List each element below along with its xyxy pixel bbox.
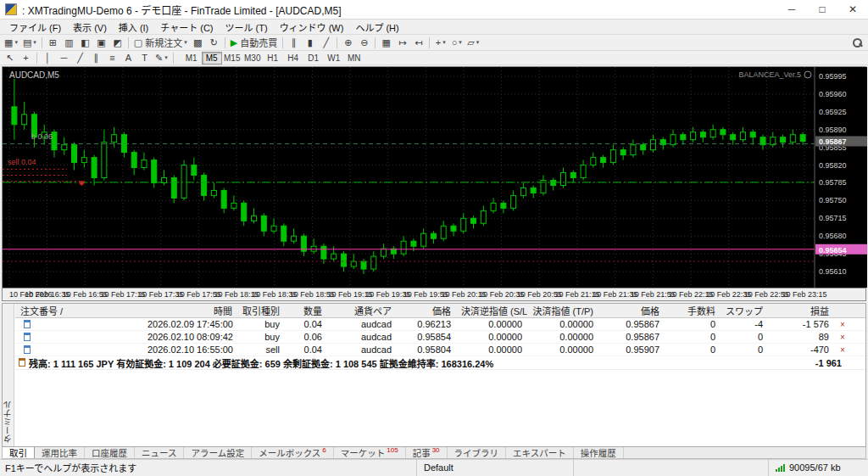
minimize-button[interactable]: ─ [776,0,807,19]
menu-insert[interactable]: 挿入 (I) [113,20,154,34]
zoom-in-button[interactable]: ⊕ [340,36,356,50]
auto-scroll-button[interactable]: ↦ [394,36,410,50]
timeframe-mn[interactable]: MN [344,52,364,64]
price2-cell: 0.95867 [598,332,665,342]
tab-articles[interactable]: 記事30 [406,447,448,458]
tab-alerts[interactable]: アラーム設定 [184,447,252,458]
tab-journal[interactable]: 操作履歴 [574,447,624,458]
column-header[interactable]: 決済逆指値 (S/L) [456,304,527,317]
close-position-button[interactable]: × [834,345,851,355]
trendline-button[interactable]: ╱ [72,51,88,65]
price-chart[interactable]: 0.959950.959600.959250.958900.958550.958… [3,67,867,288]
tab-news[interactable]: ニュース [135,447,184,458]
crosshair-button[interactable]: + [18,51,34,65]
column-header[interactable]: 時間 [142,304,237,317]
bar-chart-button[interactable]: ∥ [286,36,302,50]
svg-text:BALANCEA_Ver.5: BALANCEA_Ver.5 [738,70,801,79]
trade-row[interactable]: 2026.02.09 17:45:00buy0.04audcad0.962130… [15,318,865,331]
column-header[interactable]: 通貨ペア [327,304,397,317]
tab-trade[interactable]: 取引 [3,447,35,458]
text-button[interactable]: A [120,51,136,65]
menu-view[interactable]: 表示 (V) [67,20,113,34]
search-icon[interactable] [852,37,863,48]
balance-icon [19,358,25,367]
tab-experts[interactable]: エキスパート [506,447,574,458]
shapes-button[interactable]: ✎▾ [153,51,170,65]
toolbar-separator [42,37,42,48]
terminal-side-caption[interactable]: ターミナル [3,304,14,446]
chart-window-button[interactable]: ▩ [190,36,206,50]
column-header[interactable]: 注文番号 / [15,304,142,317]
menu-file[interactable]: ファイル (F) [3,20,67,34]
close-position-button[interactable]: × [834,320,851,329]
strategy-tester-button[interactable]: ◩ [109,36,125,50]
channel-button[interactable]: ∥ [88,51,104,65]
refresh-button[interactable]: ↻ [206,36,222,50]
tab-market[interactable]: マーケット105 [334,447,406,458]
fibonacci-button[interactable]: ≡ [104,51,120,65]
vertical-line-button[interactable]: │ [40,51,56,65]
navigator-button[interactable]: ◧ [77,36,93,50]
indicators-button[interactable]: +▾ [432,36,448,50]
autotrading-button[interactable]: ▶自動売買 [228,36,280,50]
timeframe-m15[interactable]: M15 [222,52,242,64]
column-header[interactable]: 数量 [285,304,327,317]
data-window-button[interactable]: ▥ [61,36,77,50]
chart-shift-button[interactable]: ↤ [410,36,426,50]
new-order-button[interactable]: ▢新規注文▾ [131,36,190,50]
maximize-button[interactable]: □ [807,0,837,19]
terminal-button[interactable]: ▣ [93,36,109,50]
periods-button[interactable]: ○▾ [448,36,465,50]
menu-help[interactable]: ヘルプ (H) [349,20,404,34]
trade-row[interactable]: 2026.02.10 16:55:00sell0.04audcad0.95804… [15,344,865,356]
menu-chart[interactable]: チャート (C) [154,20,219,34]
svg-text:AUDCAD,M5: AUDCAD,M5 [9,70,59,80]
column-header[interactable]: 取引種別 [237,304,285,317]
trade-row[interactable]: 2026.02.10 08:09:42buy0.06audcad0.958540… [15,331,865,344]
timeframe-group: M1M5M15M30H1H4D1W1MN [181,52,364,64]
status-profile[interactable]: Default [416,460,573,476]
tab-account-history[interactable]: 口座履歴 [85,447,135,458]
column-header[interactable]: 価格 [598,304,665,317]
market-watch-button[interactable]: ⊞ [45,36,61,50]
menu-window[interactable]: ウィンドウ (W) [274,20,350,34]
column-header[interactable]: スワップ [721,304,768,317]
timeframe-d1[interactable]: D1 [303,52,324,64]
templates-button[interactable]: ▱▾ [465,36,481,50]
column-header[interactable]: 損益 [768,304,834,317]
horizontal-line-button[interactable]: ─ [56,51,72,65]
line-chart-button[interactable]: ╱ [318,36,334,50]
close-position-button[interactable]: × [834,333,851,342]
menu-tools[interactable]: ツール (T) [220,20,274,34]
profit-cell: -470 [768,344,834,355]
column-header[interactable]: 手数料 [665,304,721,317]
tab-library-label: ライブラリ [454,446,499,459]
timeframe-m1[interactable]: M1 [181,52,202,64]
cursor-button[interactable]: ↖ [2,51,18,65]
periods-icon: ○ [452,38,458,48]
new-chart-button[interactable]: ▦▾ [2,36,20,50]
timeframe-h1[interactable]: H1 [263,52,283,64]
column-header[interactable]: 価格 [397,304,456,317]
price-cell: 0.96213 [397,319,456,329]
swap-cell: -4 [721,319,768,329]
close-button[interactable]: ✕ [837,0,868,19]
app-icon [5,3,17,15]
tab-mailbox[interactable]: メールボックス6 [252,447,334,458]
text-label-button[interactable]: T [136,51,153,65]
price-cell: 0.95854 [397,332,456,342]
tab-library[interactable]: ライブラリ [448,447,507,458]
tile-windows-button[interactable]: ▦ [378,36,394,50]
time-axis: 10 Feb 202610 Feb 16:3510 Feb 16:5510 Fe… [2,288,866,301]
chart-window[interactable]: 0.959950.959600.959250.958900.958550.958… [2,66,866,288]
timeframe-w1[interactable]: W1 [324,52,344,64]
shapes-icon: ✎ [155,53,163,63]
timeframe-m30[interactable]: M30 [242,52,263,64]
candlestick-chart-button[interactable]: ▮ [302,36,318,50]
timeframe-h4[interactable]: H4 [283,52,303,64]
timeframe-m5[interactable]: M5 [202,52,222,64]
tab-exposure[interactable]: 運用比率 [35,447,85,458]
zoom-out-button[interactable]: ⊖ [356,36,372,50]
column-header[interactable]: 決済指値 (T/P) [527,304,598,317]
profiles-button[interactable]: ▤▾ [20,36,39,50]
